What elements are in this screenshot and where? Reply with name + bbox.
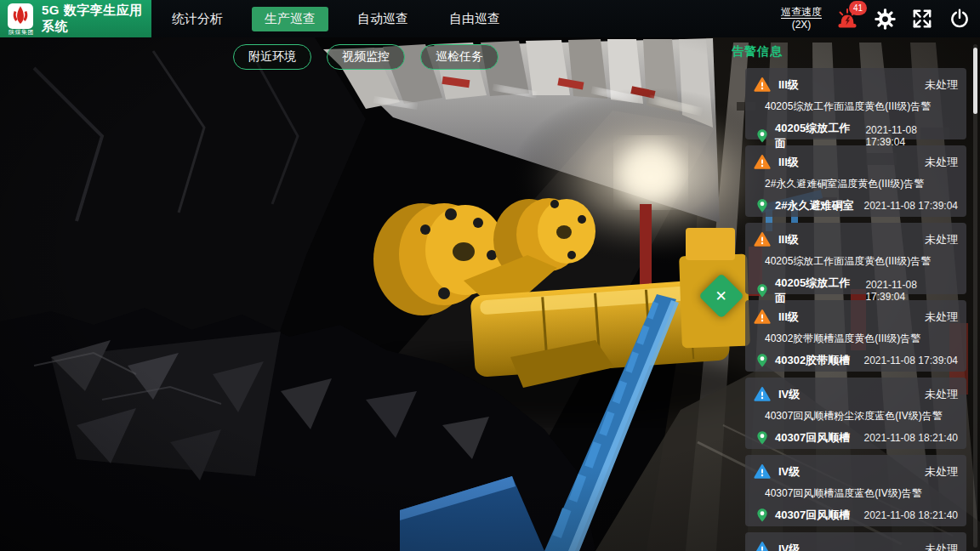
alarm-level: IV级: [778, 387, 800, 402]
alarm-status: 未处理: [925, 310, 958, 325]
alarm-card-footer: 40205综放工作面 2021-11-08 17:39:04: [754, 121, 958, 151]
warning-triangle-icon: [754, 386, 771, 402]
alarm-description: 40307回风顺槽粉尘浓度蓝色(IV级)告警: [765, 409, 958, 423]
top-bar: 统计分析 生产巡查 自动巡查 自由巡查 陕煤集团 5G 数字孪生应用系统: [0, 0, 980, 37]
alarm-count-badge: 41: [849, 1, 867, 15]
alarm-level: IV级: [778, 542, 800, 551]
app-title: 5G 数字孪生应用系统: [42, 3, 151, 35]
alarm-location: 40205综放工作面: [775, 121, 859, 151]
alarm-panel-scrollbar[interactable]: [973, 44, 977, 548]
alarm-timestamp: 2021-11-08 18:21:40: [863, 432, 958, 444]
nav-item-production-patrol[interactable]: 生产巡查: [252, 7, 328, 31]
alarm-level: III级: [778, 310, 799, 325]
gear-icon: [874, 8, 897, 31]
alarm-card-footer: 40307回风顺槽 2021-11-08 18:21:40: [754, 508, 958, 523]
alarm-level: III级: [778, 155, 799, 170]
patrol-speed-value: (2X): [781, 19, 822, 31]
alarm-card[interactable]: III级 未处理 2#永久避难硐室温度黄色(III级)告警 2#永久避难硐室 2…: [745, 145, 966, 217]
video-monitor-button[interactable]: 视频监控: [327, 44, 405, 70]
location-pin-icon: [755, 508, 769, 523]
alarm-level: III级: [778, 232, 799, 247]
alarm-level: IV级: [778, 464, 800, 480]
alarm-card-header: IV级 未处理: [754, 463, 958, 480]
fullscreen-button[interactable]: [910, 7, 934, 31]
alarm-location: 40307回风顺槽: [775, 430, 850, 446]
alarm-list: III级 未处理 40205综放工作面温度黄色(III级)告警 40205综放工…: [745, 68, 966, 551]
alarm-status: 未处理: [925, 232, 958, 247]
alarm-location: 2#永久避难硐室: [775, 198, 853, 213]
warning-triangle-icon: [754, 154, 771, 170]
alarm-card[interactable]: III级 未处理 40302胶带顺槽温度黄色(III级)告警 40302胶带顺槽…: [745, 300, 966, 372]
location-pin-icon: [755, 198, 769, 213]
alarm-timestamp: 2021-11-08 18:21:40: [863, 509, 958, 521]
alarm-panel-title: 告警信息: [732, 44, 966, 60]
settings-button[interactable]: [873, 7, 897, 31]
alarm-card-header: III级 未处理: [754, 154, 958, 170]
alarm-card-footer: 40205综放工作面 2021-11-08 17:39:04: [754, 276, 958, 306]
patrol-task-button[interactable]: 巡检任务: [420, 44, 499, 70]
logo-caption: 陕煤集团: [6, 28, 37, 37]
alarm-status: 未处理: [925, 387, 958, 402]
brand-block: 陕煤集团 5G 数字孪生应用系统: [0, 0, 151, 37]
warning-triangle-icon: [754, 463, 771, 480]
alarm-card[interactable]: IV级 未处理 40307回风顺槽温度蓝色(IV级)告警 40307回风顺槽 2…: [745, 455, 966, 526]
warning-triangle-icon: [754, 77, 771, 93]
alarm-status: 未处理: [925, 464, 958, 480]
alarm-card-header: IV级 未处理: [754, 541, 958, 551]
alarm-card[interactable]: IV级 未处理 40307回风顺槽粉尘浓度蓝色(IV级)告警 40307回风顺槽…: [745, 378, 966, 449]
warning-triangle-icon: [754, 309, 771, 325]
alarm-description: 2#永久避难硐室温度黄色(III级)告警: [765, 177, 958, 191]
nearby-environment-button[interactable]: 附近环境: [233, 44, 311, 70]
alarm-card[interactable]: III级 未处理 40205综放工作面温度黄色(III级)告警 40205综放工…: [745, 223, 966, 294]
fullscreen-icon: [911, 8, 933, 30]
alarm-status: 未处理: [925, 155, 958, 170]
alarm-card[interactable]: III级 未处理 40205综放工作面温度黄色(III级)告警 40205综放工…: [745, 68, 966, 139]
alarm-card-footer: 40302胶带顺槽 2021-11-08 17:39:04: [754, 353, 958, 368]
power-icon: [949, 8, 971, 30]
patrol-speed[interactable]: 巡查速度 (2X): [781, 6, 822, 31]
alarm-card-header: IV级 未处理: [754, 386, 958, 402]
nav-item-free-patrol[interactable]: 自由巡查: [429, 11, 521, 27]
alarm-location: 40302胶带顺槽: [775, 353, 850, 368]
alarm-location: 40307回风顺槽: [775, 508, 850, 523]
alarm-description: 40205综放工作面温度黄色(III级)告警: [765, 254, 958, 269]
alarm-card-footer: 40307回风顺槽 2021-11-08 18:21:40: [754, 430, 958, 446]
location-pin-icon: [755, 353, 769, 368]
alarm-card-header: III级 未处理: [754, 77, 958, 93]
nav-item-statistics[interactable]: 统计分析: [151, 11, 243, 27]
alarm-status: 未处理: [925, 77, 958, 93]
location-pin-icon: [755, 128, 769, 144]
alarm-timestamp: 2021-11-08 17:39:04: [863, 200, 958, 212]
patrol-speed-label: 巡查速度: [781, 6, 822, 19]
app-window: 统计分析 生产巡查 自动巡查 自由巡查 陕煤集团 5G 数字孪生应用系统: [0, 0, 980, 551]
alarm-status: 未处理: [925, 542, 958, 551]
alarm-button[interactable]: 41: [835, 7, 859, 31]
scene-toolbar: 附近环境 视频监控 巡检任务: [0, 44, 732, 70]
alarm-description: 40307回风顺槽温度蓝色(IV级)告警: [765, 486, 958, 501]
alarm-card-footer: 2#永久避难硐室 2021-11-08 17:39:04: [754, 198, 958, 213]
alarm-card[interactable]: IV级 未处理: [745, 532, 966, 551]
warning-triangle-icon: [754, 231, 771, 247]
alarm-timestamp: 2021-11-08 17:39:04: [865, 124, 958, 148]
close-icon: ✕: [715, 287, 727, 305]
scrollbar-thumb[interactable]: [973, 48, 977, 114]
location-pin-icon: [755, 430, 769, 446]
alarm-card-header: III级 未处理: [754, 309, 958, 325]
alarm-location: 40205综放工作面: [775, 276, 859, 306]
alarm-card-header: III级 未处理: [754, 231, 958, 247]
alarm-timestamp: 2021-11-08 17:39:04: [863, 355, 958, 366]
nav-item-auto-patrol[interactable]: 自动巡查: [337, 11, 429, 27]
alarm-description: 40205综放工作面温度黄色(III级)告警: [765, 99, 958, 114]
company-logo: 陕煤集团: [8, 3, 33, 34]
alarm-timestamp: 2021-11-08 17:39:04: [865, 279, 958, 303]
alarm-level: III级: [778, 77, 799, 93]
power-button[interactable]: [948, 7, 971, 31]
alarm-description: 40302胶带顺槽温度黄色(III级)告警: [765, 332, 958, 346]
flame-logo-icon: [8, 3, 33, 29]
main-nav: 统计分析 生产巡查 自动巡查 自由巡查: [151, 0, 521, 37]
location-pin-icon: [755, 283, 769, 298]
top-right-controls: 巡查速度 (2X) 41: [781, 0, 971, 37]
warning-triangle-icon: [754, 541, 771, 551]
alarm-panel: 告警信息 III级 未处理 40205综放工作面温度黄色(III级)告警: [745, 41, 966, 551]
